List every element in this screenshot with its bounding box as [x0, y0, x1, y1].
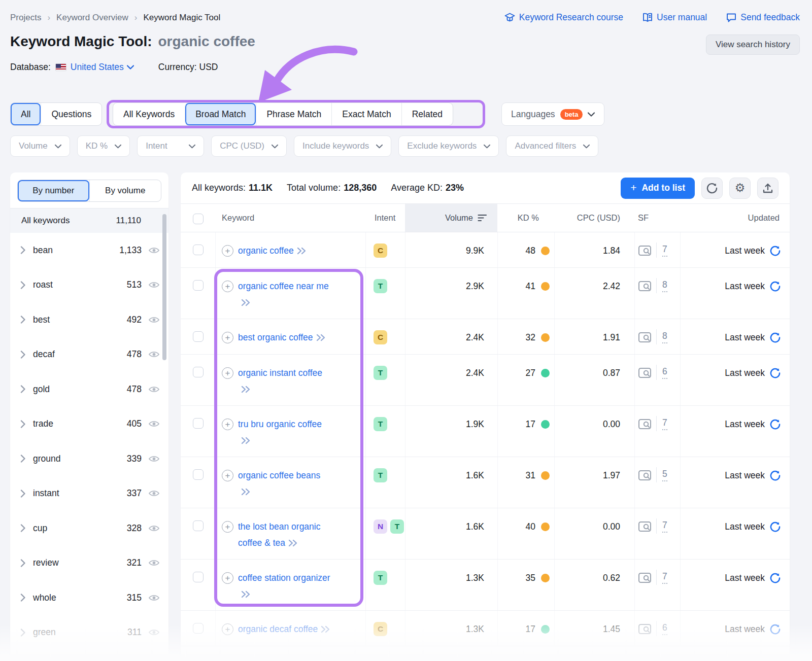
sidebar-all-keywords[interactable]: All keywords 11,110 [10, 208, 168, 233]
expand-keyword-icon[interactable] [241, 486, 251, 497]
sidebar-group-row[interactable]: roast513 [10, 268, 168, 303]
tab-related[interactable]: Related [401, 103, 453, 125]
add-to-list-button[interactable]: + Add to list [621, 178, 695, 199]
add-keyword-icon[interactable]: + [222, 332, 233, 343]
row-checkbox[interactable] [193, 280, 204, 291]
refresh-icon[interactable] [770, 365, 781, 378]
tab-phrase-match[interactable]: Phrase Match [256, 103, 331, 125]
select-all-checkbox[interactable] [193, 214, 204, 224]
refresh-icon[interactable] [770, 278, 781, 292]
eye-icon[interactable] [148, 280, 160, 290]
serp-features-icon[interactable] [638, 570, 652, 584]
add-keyword-icon[interactable]: + [222, 367, 233, 379]
eye-icon[interactable] [148, 454, 160, 464]
row-checkbox[interactable] [193, 572, 204, 582]
add-keyword-icon[interactable]: + [222, 521, 233, 533]
eye-icon[interactable] [148, 419, 160, 429]
keyword-link[interactable]: best organic coffee [238, 329, 326, 345]
serp-features-icon[interactable] [638, 467, 652, 481]
sidebar-scrollbar[interactable] [162, 214, 166, 360]
keyword-link[interactable]: organic coffee [238, 242, 307, 259]
eye-icon[interactable] [148, 593, 160, 603]
filter-volume-dropdown[interactable]: Volume [10, 135, 70, 157]
export-button[interactable] [757, 178, 779, 199]
tab-all-keywords[interactable]: All Keywords [113, 103, 185, 125]
languages-dropdown[interactable]: Languages beta [501, 102, 604, 126]
sf-count[interactable]: 6 [662, 365, 667, 379]
row-checkbox[interactable] [193, 418, 204, 429]
breadcrumb-item[interactable]: Projects [10, 13, 41, 23]
eye-icon[interactable] [148, 385, 160, 394]
sf-count[interactable]: 6 [662, 621, 667, 635]
refresh-icon[interactable] [770, 242, 781, 256]
add-keyword-icon[interactable]: + [222, 470, 233, 481]
add-keyword-icon[interactable]: + [222, 419, 233, 430]
sidebar-tab-by-number[interactable]: By number [18, 180, 89, 201]
row-checkbox[interactable] [193, 331, 204, 342]
eye-icon[interactable] [148, 315, 160, 325]
refresh-icon[interactable] [770, 570, 781, 583]
sidebar-group-row[interactable]: green311 [10, 615, 168, 650]
expand-keyword-icon[interactable] [241, 435, 251, 445]
serp-features-icon[interactable] [638, 621, 652, 635]
eye-icon[interactable] [148, 524, 160, 533]
eye-icon[interactable] [148, 489, 160, 498]
sf-count[interactable]: 7 [662, 416, 667, 430]
sidebar-group-row[interactable]: bean1,133 [10, 233, 168, 268]
filter-exclude-keywords-dropdown[interactable]: Exclude keywords [398, 135, 499, 157]
row-checkbox[interactable] [193, 623, 204, 634]
refresh-icon[interactable] [770, 329, 781, 343]
serp-features-icon[interactable] [638, 329, 652, 343]
sidebar-group-row[interactable]: whole315 [10, 580, 168, 615]
add-keyword-icon[interactable]: + [222, 623, 233, 635]
filter-kd--dropdown[interactable]: KD % [77, 135, 130, 157]
row-checkbox[interactable] [193, 367, 204, 377]
serp-features-icon[interactable] [638, 518, 652, 533]
sidebar-group-row[interactable]: review321 [10, 546, 168, 581]
serp-features-icon[interactable] [638, 365, 652, 379]
tab-broad-match[interactable]: Broad Match [185, 103, 256, 125]
serp-features-icon[interactable] [638, 242, 652, 257]
keyword-link[interactable]: organic coffee beans [238, 467, 332, 500]
serp-features-icon[interactable] [638, 416, 652, 430]
column-header-volume[interactable]: Volume [405, 204, 497, 232]
database-select[interactable]: United States [71, 62, 134, 73]
sidebar-group-row[interactable]: best492 [10, 302, 168, 337]
tab-questions[interactable]: Questions [41, 103, 101, 125]
filter-cpc-usd--dropdown[interactable]: CPC (USD) [211, 135, 287, 157]
row-checkbox[interactable] [193, 520, 204, 531]
add-keyword-icon[interactable]: + [222, 572, 233, 584]
sidebar-group-row[interactable]: decaf478 [10, 337, 168, 372]
sidebar-group-row[interactable]: gold478 [10, 372, 168, 407]
row-checkbox[interactable] [193, 245, 204, 255]
sidebar-group-row[interactable]: cup328 [10, 511, 168, 546]
filter-include-keywords-dropdown[interactable]: Include keywords [294, 135, 391, 157]
refresh-icon[interactable] [770, 621, 781, 635]
sidebar-tab-by-volume[interactable]: By volume [89, 180, 161, 201]
sidebar-group-row[interactable]: ground339 [10, 441, 168, 476]
keyword-link[interactable]: organic instant coffee [238, 365, 332, 397]
expand-keyword-icon[interactable] [241, 384, 251, 394]
row-checkbox[interactable] [193, 469, 204, 480]
sf-count[interactable]: 7 [662, 242, 667, 257]
sidebar-group-row[interactable]: trade405 [10, 407, 168, 442]
serp-features-icon[interactable] [638, 278, 652, 292]
expand-keyword-icon[interactable] [321, 624, 330, 634]
keyword-link[interactable]: the lost bean organic coffee & tea [238, 518, 332, 551]
tab-all[interactable]: All [11, 103, 41, 125]
view-search-history-button[interactable]: View search history [706, 34, 800, 55]
header-link[interactable]: Send feedback [726, 12, 800, 23]
header-link[interactable]: User manual [642, 12, 707, 23]
refresh-icon[interactable] [770, 416, 781, 430]
refresh-icon[interactable] [770, 518, 781, 532]
sf-count[interactable]: 8 [662, 329, 667, 343]
expand-keyword-icon[interactable] [288, 538, 298, 548]
sf-count[interactable]: 5 [662, 467, 667, 481]
keyword-link[interactable]: coffee station organizer [238, 570, 332, 602]
refresh-icon[interactable] [770, 467, 781, 481]
header-link[interactable]: Keyword Research course [504, 12, 623, 23]
column-header-keyword[interactable]: Keyword [215, 204, 365, 232]
breadcrumb-item[interactable]: Keyword Overview [56, 13, 128, 23]
column-header-sf[interactable]: SF [634, 204, 680, 232]
sf-count[interactable]: 7 [662, 518, 667, 533]
